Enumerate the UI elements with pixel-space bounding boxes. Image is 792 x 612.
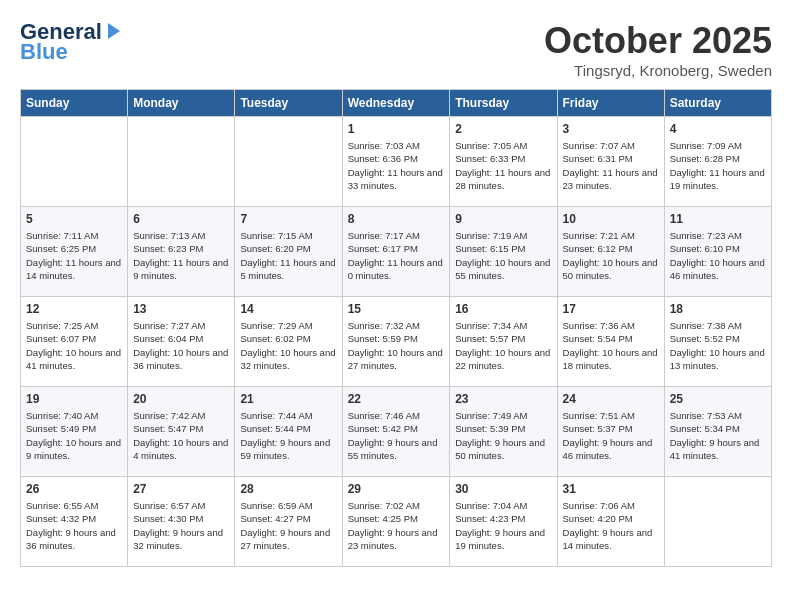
day-info: Sunrise: 7:15 AMSunset: 6:20 PMDaylight:…: [240, 229, 336, 282]
day-number: 14: [240, 302, 336, 316]
day-number: 15: [348, 302, 445, 316]
day-number: 10: [563, 212, 659, 226]
week-row-2: 5 Sunrise: 7:11 AMSunset: 6:25 PMDayligh…: [21, 207, 772, 297]
header-row: SundayMondayTuesdayWednesdayThursdayFrid…: [21, 90, 772, 117]
day-cell: 21 Sunrise: 7:44 AMSunset: 5:44 PMDaylig…: [235, 387, 342, 477]
day-number: 11: [670, 212, 766, 226]
week-row-1: 1 Sunrise: 7:03 AMSunset: 6:36 PMDayligh…: [21, 117, 772, 207]
day-info: Sunrise: 7:04 AMSunset: 4:23 PMDaylight:…: [455, 499, 551, 552]
col-header-thursday: Thursday: [450, 90, 557, 117]
day-info: Sunrise: 7:17 AMSunset: 6:17 PMDaylight:…: [348, 229, 445, 282]
day-cell: 11 Sunrise: 7:23 AMSunset: 6:10 PMDaylig…: [664, 207, 771, 297]
location-subtitle: Tingsryd, Kronoberg, Sweden: [544, 62, 772, 79]
day-info: Sunrise: 7:09 AMSunset: 6:28 PMDaylight:…: [670, 139, 766, 192]
day-cell: 26 Sunrise: 6:55 AMSunset: 4:32 PMDaylig…: [21, 477, 128, 567]
day-info: Sunrise: 7:19 AMSunset: 6:15 PMDaylight:…: [455, 229, 551, 282]
day-cell: 14 Sunrise: 7:29 AMSunset: 6:02 PMDaylig…: [235, 297, 342, 387]
day-cell: 6 Sunrise: 7:13 AMSunset: 6:23 PMDayligh…: [128, 207, 235, 297]
day-cell: 2 Sunrise: 7:05 AMSunset: 6:33 PMDayligh…: [450, 117, 557, 207]
day-cell: 25 Sunrise: 7:53 AMSunset: 5:34 PMDaylig…: [664, 387, 771, 477]
day-number: 13: [133, 302, 229, 316]
day-cell: 24 Sunrise: 7:51 AMSunset: 5:37 PMDaylig…: [557, 387, 664, 477]
col-header-friday: Friday: [557, 90, 664, 117]
title-area: October 2025 Tingsryd, Kronoberg, Sweden: [544, 20, 772, 79]
col-header-sunday: Sunday: [21, 90, 128, 117]
day-cell: 16 Sunrise: 7:34 AMSunset: 5:57 PMDaylig…: [450, 297, 557, 387]
day-cell: 20 Sunrise: 7:42 AMSunset: 5:47 PMDaylig…: [128, 387, 235, 477]
logo: General Blue: [20, 20, 122, 64]
day-number: 27: [133, 482, 229, 496]
calendar-table: SundayMondayTuesdayWednesdayThursdayFrid…: [20, 89, 772, 567]
day-info: Sunrise: 7:06 AMSunset: 4:20 PMDaylight:…: [563, 499, 659, 552]
day-cell: 1 Sunrise: 7:03 AMSunset: 6:36 PMDayligh…: [342, 117, 450, 207]
day-cell: 23 Sunrise: 7:49 AMSunset: 5:39 PMDaylig…: [450, 387, 557, 477]
day-number: 8: [348, 212, 445, 226]
day-number: 3: [563, 122, 659, 136]
day-number: 26: [26, 482, 122, 496]
week-row-4: 19 Sunrise: 7:40 AMSunset: 5:49 PMDaylig…: [21, 387, 772, 477]
day-number: 1: [348, 122, 445, 136]
day-info: Sunrise: 7:29 AMSunset: 6:02 PMDaylight:…: [240, 319, 336, 372]
day-cell: [235, 117, 342, 207]
day-info: Sunrise: 7:21 AMSunset: 6:12 PMDaylight:…: [563, 229, 659, 282]
day-cell: 30 Sunrise: 7:04 AMSunset: 4:23 PMDaylig…: [450, 477, 557, 567]
week-row-5: 26 Sunrise: 6:55 AMSunset: 4:32 PMDaylig…: [21, 477, 772, 567]
day-cell: 4 Sunrise: 7:09 AMSunset: 6:28 PMDayligh…: [664, 117, 771, 207]
day-info: Sunrise: 7:34 AMSunset: 5:57 PMDaylight:…: [455, 319, 551, 372]
day-cell: 19 Sunrise: 7:40 AMSunset: 5:49 PMDaylig…: [21, 387, 128, 477]
svg-marker-0: [108, 23, 120, 39]
day-info: Sunrise: 7:07 AMSunset: 6:31 PMDaylight:…: [563, 139, 659, 192]
day-cell: 12 Sunrise: 7:25 AMSunset: 6:07 PMDaylig…: [21, 297, 128, 387]
day-cell: 22 Sunrise: 7:46 AMSunset: 5:42 PMDaylig…: [342, 387, 450, 477]
day-info: Sunrise: 7:02 AMSunset: 4:25 PMDaylight:…: [348, 499, 445, 552]
day-number: 17: [563, 302, 659, 316]
day-cell: 9 Sunrise: 7:19 AMSunset: 6:15 PMDayligh…: [450, 207, 557, 297]
day-number: 21: [240, 392, 336, 406]
day-info: Sunrise: 7:13 AMSunset: 6:23 PMDaylight:…: [133, 229, 229, 282]
day-info: Sunrise: 6:57 AMSunset: 4:30 PMDaylight:…: [133, 499, 229, 552]
day-number: 31: [563, 482, 659, 496]
day-number: 30: [455, 482, 551, 496]
day-info: Sunrise: 7:53 AMSunset: 5:34 PMDaylight:…: [670, 409, 766, 462]
day-cell: 18 Sunrise: 7:38 AMSunset: 5:52 PMDaylig…: [664, 297, 771, 387]
day-cell: 5 Sunrise: 7:11 AMSunset: 6:25 PMDayligh…: [21, 207, 128, 297]
day-info: Sunrise: 7:49 AMSunset: 5:39 PMDaylight:…: [455, 409, 551, 462]
col-header-saturday: Saturday: [664, 90, 771, 117]
day-info: Sunrise: 6:59 AMSunset: 4:27 PMDaylight:…: [240, 499, 336, 552]
day-number: 4: [670, 122, 766, 136]
day-number: 5: [26, 212, 122, 226]
day-info: Sunrise: 7:23 AMSunset: 6:10 PMDaylight:…: [670, 229, 766, 282]
month-title: October 2025: [544, 20, 772, 62]
day-info: Sunrise: 7:40 AMSunset: 5:49 PMDaylight:…: [26, 409, 122, 462]
day-cell: 13 Sunrise: 7:27 AMSunset: 6:04 PMDaylig…: [128, 297, 235, 387]
day-cell: [21, 117, 128, 207]
day-number: 23: [455, 392, 551, 406]
day-cell: 10 Sunrise: 7:21 AMSunset: 6:12 PMDaylig…: [557, 207, 664, 297]
day-number: 29: [348, 482, 445, 496]
day-info: Sunrise: 7:46 AMSunset: 5:42 PMDaylight:…: [348, 409, 445, 462]
day-cell: 31 Sunrise: 7:06 AMSunset: 4:20 PMDaylig…: [557, 477, 664, 567]
logo-triangle-icon: [104, 21, 122, 39]
col-header-monday: Monday: [128, 90, 235, 117]
day-cell: 28 Sunrise: 6:59 AMSunset: 4:27 PMDaylig…: [235, 477, 342, 567]
day-cell: 29 Sunrise: 7:02 AMSunset: 4:25 PMDaylig…: [342, 477, 450, 567]
day-cell: [664, 477, 771, 567]
day-number: 28: [240, 482, 336, 496]
day-info: Sunrise: 7:05 AMSunset: 6:33 PMDaylight:…: [455, 139, 551, 192]
page-header: General Blue October 2025 Tingsryd, Kron…: [20, 20, 772, 79]
week-row-3: 12 Sunrise: 7:25 AMSunset: 6:07 PMDaylig…: [21, 297, 772, 387]
day-number: 6: [133, 212, 229, 226]
day-number: 20: [133, 392, 229, 406]
day-info: Sunrise: 7:51 AMSunset: 5:37 PMDaylight:…: [563, 409, 659, 462]
day-cell: 17 Sunrise: 7:36 AMSunset: 5:54 PMDaylig…: [557, 297, 664, 387]
col-header-wednesday: Wednesday: [342, 90, 450, 117]
day-info: Sunrise: 7:42 AMSunset: 5:47 PMDaylight:…: [133, 409, 229, 462]
day-number: 18: [670, 302, 766, 316]
day-number: 24: [563, 392, 659, 406]
day-number: 19: [26, 392, 122, 406]
day-info: Sunrise: 7:03 AMSunset: 6:36 PMDaylight:…: [348, 139, 445, 192]
day-info: Sunrise: 7:11 AMSunset: 6:25 PMDaylight:…: [26, 229, 122, 282]
day-info: Sunrise: 7:38 AMSunset: 5:52 PMDaylight:…: [670, 319, 766, 372]
day-number: 25: [670, 392, 766, 406]
day-cell: 3 Sunrise: 7:07 AMSunset: 6:31 PMDayligh…: [557, 117, 664, 207]
